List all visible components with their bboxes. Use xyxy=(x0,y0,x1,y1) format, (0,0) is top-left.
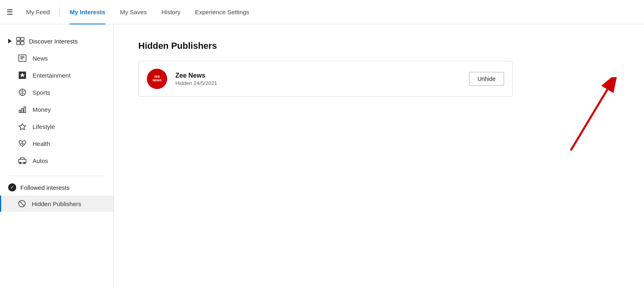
sidebar-divider xyxy=(8,176,105,176)
publisher-hidden-date: Hidden 24/5/2021 xyxy=(175,80,461,86)
svg-rect-4 xyxy=(19,55,26,61)
publisher-name: Zee News xyxy=(175,72,461,79)
main-content: Hidden Publishers ZEENEWS Zee News Hidde… xyxy=(114,24,644,287)
sidebar-item-health-label: Health xyxy=(33,140,50,147)
svg-line-21 xyxy=(571,89,607,150)
svg-rect-14 xyxy=(24,107,26,113)
svg-rect-0 xyxy=(17,37,20,41)
sidebar-item-health[interactable]: Health xyxy=(0,135,114,152)
svg-rect-1 xyxy=(21,37,24,41)
sidebar-item-entertainment-label: Entertainment xyxy=(33,72,70,79)
sidebar-item-lifestyle-label: Lifestyle xyxy=(33,123,55,130)
hidden-publishers-label: Hidden Publishers xyxy=(32,200,81,207)
sidebar-item-lifestyle[interactable]: Lifestyle xyxy=(0,118,114,135)
publisher-logo-text: ZEENEWS xyxy=(153,75,162,83)
sidebar-item-money[interactable]: Money xyxy=(0,101,114,118)
top-navigation: ☰ My Feed My Interests My Saves History … xyxy=(0,0,644,24)
sidebar-item-news[interactable]: News xyxy=(0,50,114,67)
followed-interests-item[interactable]: ✓ Followed interests xyxy=(0,179,114,196)
entertainment-icon xyxy=(18,71,27,80)
grid-icon xyxy=(16,37,25,46)
discover-section: Discover Interests News Entertainment xyxy=(0,33,114,172)
nav-item-my-interests[interactable]: My Interests xyxy=(63,0,112,24)
news-icon xyxy=(18,54,27,63)
svg-rect-2 xyxy=(17,41,20,45)
health-icon xyxy=(18,139,27,148)
svg-rect-3 xyxy=(21,41,24,45)
sidebar-item-autos[interactable]: Autos xyxy=(0,152,114,169)
nav-label-my-feed: My Feed xyxy=(26,9,50,15)
sidebar-item-hidden-publishers[interactable]: Hidden Publishers xyxy=(0,196,114,212)
nav-item-experience-settings[interactable]: Experience Settings xyxy=(188,0,255,24)
followed-check-icon: ✓ xyxy=(8,183,16,191)
sidebar-item-news-label: News xyxy=(33,55,48,62)
sidebar-item-sports[interactable]: Sports xyxy=(0,84,114,101)
nav-label-history: History xyxy=(162,9,181,15)
lifestyle-icon xyxy=(18,122,27,131)
nav-separator xyxy=(59,7,60,17)
nav-item-my-feed[interactable]: My Feed xyxy=(20,0,56,24)
sports-icon xyxy=(18,88,27,97)
expand-icon xyxy=(8,39,12,43)
hidden-publishers-title: Hidden Publishers xyxy=(138,41,620,51)
svg-rect-13 xyxy=(22,109,23,113)
money-icon xyxy=(18,105,27,114)
nav-label-my-saves: My Saves xyxy=(120,9,147,15)
sidebar-item-money-label: Money xyxy=(33,106,51,113)
unhide-button[interactable]: Unhide xyxy=(469,72,504,86)
nav-item-my-saves[interactable]: My Saves xyxy=(114,0,153,24)
hidden-publishers-icon xyxy=(18,200,26,208)
publisher-logo: ZEENEWS xyxy=(147,69,167,89)
sidebar-item-autos-label: Autos xyxy=(33,157,48,164)
publisher-info: Zee News Hidden 24/5/2021 xyxy=(175,72,461,86)
discover-interests-header[interactable]: Discover Interests xyxy=(0,33,114,50)
nav-label-my-interests: My Interests xyxy=(70,9,105,15)
followed-interests-label: Followed interests xyxy=(20,184,70,191)
sidebar: Discover Interests News Entertainment xyxy=(0,24,114,287)
main-layout: Discover Interests News Entertainment xyxy=(0,24,644,287)
nav-label-experience-settings: Experience Settings xyxy=(195,9,249,15)
publisher-card: ZEENEWS Zee News Hidden 24/5/2021 Unhide xyxy=(138,61,513,97)
sidebar-item-sports-label: Sports xyxy=(33,89,50,96)
hamburger-icon[interactable]: ☰ xyxy=(7,8,13,17)
sidebar-item-entertainment[interactable]: Entertainment xyxy=(0,67,114,84)
nav-item-history[interactable]: History xyxy=(155,0,187,24)
arrow-annotation xyxy=(538,77,620,159)
svg-line-19 xyxy=(20,201,24,206)
discover-interests-label: Discover Interests xyxy=(29,38,78,45)
svg-rect-12 xyxy=(19,110,21,113)
autos-icon xyxy=(18,156,27,165)
